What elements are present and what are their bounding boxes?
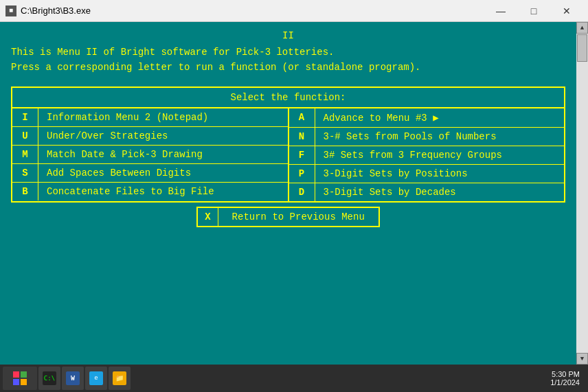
- key-S: S: [12, 164, 38, 182]
- label-U: Under/Over Strategies: [38, 127, 288, 145]
- menu-instruction: Press a corresponding letter to run a fu…: [11, 62, 565, 73]
- window-controls: — □ ✕: [485, 1, 583, 21]
- key-M: M: [12, 146, 38, 163]
- table-row[interactable]: S Add Spaces Between Digits: [12, 164, 288, 183]
- table-row[interactable]: U Under/Over Strategies: [12, 127, 288, 146]
- menu-columns: I Information Menu 2 (Notepad) U Under/O…: [12, 108, 564, 201]
- maximize-button[interactable]: □: [518, 1, 550, 21]
- svg-rect-1: [21, 371, 27, 378]
- ie-icon: e: [89, 371, 103, 385]
- menu-title: II: [11, 30, 565, 41]
- label-M: Match Date & Pick-3 Drawing: [38, 146, 288, 163]
- table-row[interactable]: I Information Menu 2 (Notepad): [12, 108, 288, 127]
- table-row[interactable]: N 3-# Sets from Pools of Numbers: [289, 128, 565, 146]
- key-N: N: [289, 128, 315, 146]
- window-body: II This is Menu II of Bright software fo…: [0, 22, 588, 365]
- explorer-icon: 📁: [113, 371, 126, 385]
- taskbar: C:\ W e 📁 5:30 PM 1/1/2024: [0, 365, 588, 392]
- label-S: Add Spaces Between Digits: [38, 164, 288, 182]
- label-P: 3-Digit Sets by Positions: [315, 165, 565, 183]
- close-button[interactable]: ✕: [551, 1, 583, 21]
- label-D: 3-Digit Sets by Decades: [315, 183, 565, 201]
- table-row[interactable]: A Advance to Menu #3 ▶: [289, 108, 565, 128]
- cmd-icon: C:\: [43, 371, 56, 385]
- key-P: P: [289, 165, 315, 183]
- label-F: 3# Sets from 3 Frequency Groups: [315, 146, 565, 164]
- titlebar: ■ C:\Bright3\B3.exe — □ ✕: [0, 0, 588, 22]
- key-B: B: [12, 183, 38, 200]
- scroll-up-button[interactable]: ▲: [576, 22, 588, 34]
- window-title: C:\Bright3\B3.exe: [21, 5, 485, 16]
- label-A: Advance to Menu #3 ▶: [315, 108, 565, 127]
- table-row[interactable]: M Match Date & Pick-3 Drawing: [12, 146, 288, 164]
- return-button[interactable]: X Return to Previous Menu: [196, 207, 380, 227]
- select-header: Select the function:: [12, 88, 564, 108]
- label-B: Concatenate Files to Big File: [38, 183, 288, 200]
- table-row[interactable]: P 3-Digit Sets by Positions: [289, 165, 565, 183]
- taskbar-item-cmd[interactable]: C:\: [38, 367, 60, 390]
- taskbar-item-ie[interactable]: e: [85, 367, 107, 390]
- key-X: X: [198, 208, 218, 226]
- table-row[interactable]: D 3-Digit Sets by Decades: [289, 183, 565, 201]
- label-N: 3-# Sets from Pools of Numbers: [315, 128, 565, 146]
- scrollbar[interactable]: ▲ ▼: [576, 22, 588, 365]
- word-icon: W: [66, 371, 80, 385]
- table-row[interactable]: F 3# Sets from 3 Frequency Groups: [289, 146, 565, 165]
- minimize-button[interactable]: —: [485, 1, 517, 21]
- menu-col-left: I Information Menu 2 (Notepad) U Under/O…: [12, 108, 288, 201]
- table-row[interactable]: B Concatenate Files to Big File: [12, 183, 288, 200]
- key-F: F: [289, 146, 315, 164]
- clock: 5:30 PM 1/1/2024: [550, 370, 580, 387]
- label-X: Return to Previous Menu: [218, 208, 378, 226]
- windows-logo-icon: [12, 370, 28, 387]
- taskbar-item-word[interactable]: W: [62, 367, 84, 390]
- console-area: II This is Menu II of Bright software fo…: [0, 22, 576, 365]
- start-button[interactable]: [3, 367, 37, 390]
- key-I: I: [12, 108, 38, 126]
- taskbar-item-explorer[interactable]: 📁: [109, 367, 131, 390]
- scroll-down-button[interactable]: ▼: [576, 353, 588, 365]
- svg-rect-3: [21, 379, 27, 385]
- menu-col-right: A Advance to Menu #3 ▶ N 3-# Sets from P…: [288, 108, 565, 201]
- window-icon: ■: [5, 5, 16, 16]
- taskbar-items: C:\ W e 📁: [38, 367, 543, 390]
- scrollbar-track[interactable]: [576, 34, 588, 353]
- key-D: D: [289, 183, 315, 201]
- key-A: A: [289, 108, 315, 127]
- menu-table: Select the function: I Information Menu …: [11, 87, 565, 203]
- svg-rect-2: [13, 379, 19, 385]
- menu-description1: This is Menu II of Bright software for P…: [11, 47, 565, 58]
- system-tray: 5:30 PM 1/1/2024: [545, 370, 585, 387]
- scrollbar-thumb[interactable]: [577, 34, 587, 62]
- key-U: U: [12, 127, 38, 145]
- label-I: Information Menu 2 (Notepad): [38, 108, 288, 126]
- svg-rect-0: [13, 371, 19, 378]
